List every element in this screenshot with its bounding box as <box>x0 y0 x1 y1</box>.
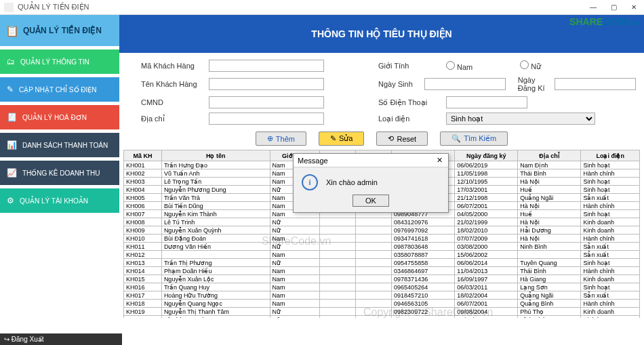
ngaydk-input[interactable] <box>555 78 636 90</box>
gear-icon: ⚙ <box>7 196 14 205</box>
nav-label: QUẢN LÝ TÀI KHOẢN <box>20 197 88 205</box>
loaidien-select[interactable]: Sinh hoạt <box>446 113 595 125</box>
nav-revenue-stats[interactable]: 📈THỐNG KÊ DOANH THU <box>0 161 119 185</box>
brand-icon: 📋 <box>5 24 19 37</box>
dialog-close-button[interactable]: ✕ <box>430 156 448 165</box>
chart-icon: 📊 <box>7 140 17 150</box>
table-row[interactable]: KH010Bùi Đặng ĐoánNam093474161807/07/200… <box>124 235 640 243</box>
label-cmnd: CMND <box>141 98 209 106</box>
nav-update-index[interactable]: ✎CẬP NHẬT CHỈ SỐ ĐIỆN <box>0 77 119 102</box>
radio-label: Nam <box>457 63 472 71</box>
nav-label: THỐNG KÊ DOANH THU <box>22 169 100 177</box>
radio-label: Nữ <box>531 62 541 70</box>
nav-label: QUẢN LÝ HOÁ ĐƠN <box>22 114 87 121</box>
table-row[interactable]: KH016Trần Quang HuyNam096540526406/03/20… <box>124 283 640 291</box>
action-buttons: ⊕Thêm ✎Sửa ⟲Reset 🔍Tìm Kiếm <box>119 129 644 150</box>
gender-nam-radio[interactable] <box>446 61 455 70</box>
column-header[interactable]: Địa chỉ <box>518 150 581 161</box>
ma-kh-input[interactable] <box>209 60 324 72</box>
refresh-icon: ⟲ <box>388 134 394 143</box>
page-title: THÔNG TIN HỘ TIÊU THỤ ĐIỆN <box>119 15 644 53</box>
window-title: QUẢN LÝ TIỀN ĐIỆN <box>18 3 89 12</box>
plus-icon: ⊕ <box>267 134 273 143</box>
nav-label: CẬP NHẬT CHỈ SỐ ĐIỆN <box>19 86 97 94</box>
column-header[interactable]: Mã KH <box>124 150 162 161</box>
ten-kh-input[interactable] <box>209 78 324 90</box>
timkiem-button[interactable]: 🔍Tìm Kiếm <box>440 131 508 146</box>
cmnd-input[interactable] <box>209 96 324 108</box>
table-row[interactable]: KH008Lê Tú TrinhNữ084312097621/02/1999Hà… <box>124 218 640 226</box>
label-loaidien: Loại điện <box>378 115 446 123</box>
sidebar: 📋 QUẢN LÝ TIỀN ĐIỆN 🗂QUẢN LÝ THÔNG TIN ✎… <box>0 15 119 333</box>
window-minimize-button[interactable]: — <box>583 0 603 15</box>
gender-nu-radio[interactable] <box>520 60 529 69</box>
dialog-ok-button[interactable]: OK <box>353 195 389 207</box>
nav-invoice[interactable]: 🧾QUẢN LÝ HOÁ ĐƠN <box>0 105 119 129</box>
column-header[interactable]: Họ tên <box>161 150 270 161</box>
message-dialog: Message ✕ i Xin chào admin OK <box>293 153 449 213</box>
table-row[interactable]: KH015Nguyễn Xuân LộcNam097837143616/09/1… <box>124 275 640 283</box>
dialog-title: Message <box>298 157 328 165</box>
window-titlebar: QUẢN LÝ TIỀN ĐIỆN — ▢ ✕ <box>0 0 644 15</box>
column-header[interactable]: Ngày đăng ký <box>455 150 518 161</box>
app-icon <box>4 3 14 12</box>
table-row[interactable]: KH019Nguyễn Thị Thanh TâmNữ098230972209/… <box>124 308 640 316</box>
person-search-icon: 🔍 <box>451 134 461 143</box>
dialog-text: Xin chào admin <box>326 178 378 186</box>
nav-payment-list[interactable]: 📊DANH SÁCH THANH TOÁN <box>0 133 119 157</box>
diachi-input[interactable] <box>209 113 324 125</box>
info-icon: i <box>302 174 318 190</box>
window-maximize-button[interactable]: ▢ <box>603 0 624 15</box>
sdt-input[interactable] <box>446 96 527 108</box>
them-button[interactable]: ⊕Thêm <box>256 131 306 146</box>
table-row[interactable]: KH011Dương Văn HiếnNữ098780364803/08/200… <box>124 243 640 251</box>
ngaysinh-input[interactable] <box>424 78 506 90</box>
brand-label: QUẢN LÝ TIỀN ĐIỆN <box>23 26 102 35</box>
sua-button[interactable]: ✎Sửa <box>319 131 364 146</box>
nav-info[interactable]: 🗂QUẢN LÝ THÔNG TIN <box>0 49 119 74</box>
edit-icon: ✎ <box>7 85 14 94</box>
label-gioitinh: Giới Tính <box>378 62 446 70</box>
label-diachi: Địa chỉ <box>141 115 209 123</box>
table-row[interactable]: KH018Nguyễn Quang NgọcNam094656310506/07… <box>124 300 640 308</box>
label-ten-kh: Tên Khách Hàng <box>141 80 209 88</box>
window-close-button[interactable]: ✕ <box>624 0 644 15</box>
label-ngaysinh: Ngày Sinh <box>378 80 424 88</box>
nav-label: QUẢN LÝ THÔNG TIN <box>20 58 89 66</box>
table-row[interactable]: KH009Nguyễn Xuân QuỳnhNữ097699709218/02/… <box>124 226 640 235</box>
table-row[interactable]: KH012Nam035807888715/06/2002Sản xuất <box>124 251 640 259</box>
sharecode-logo: SHARECODE.vn <box>569 16 640 27</box>
folder-icon: 🗂 <box>7 57 15 66</box>
table-row[interactable]: KH013Trần Thị PhươngNữ095475585806/06/20… <box>124 259 640 267</box>
column-header[interactable]: Loại điện <box>581 150 640 161</box>
table-row[interactable]: KH020Lã Thị Lan AnhNữ084358614621/07/199… <box>124 316 640 319</box>
label-ma-kh: Mã Khách Hàng <box>141 62 209 70</box>
label-sdt: Số Điện Thoại <box>378 98 446 107</box>
logout-icon: ↪ <box>4 336 9 343</box>
brand: 📋 QUẢN LÝ TIỀN ĐIỆN <box>0 15 119 46</box>
table-row[interactable]: KH014Phạm Doãn HiếuNam034686469711/04/20… <box>124 267 640 275</box>
label-ngaydk: Ngày Đăng Kí <box>518 76 555 92</box>
pencil-icon: ✎ <box>330 134 336 143</box>
invoice-icon: 🧾 <box>7 113 17 122</box>
nav-account[interactable]: ⚙QUẢN LÝ TÀI KHOẢN <box>0 188 119 213</box>
table-row[interactable]: KH017Hoàng Hữu TrườngNam091845721018/02/… <box>124 291 640 300</box>
logout-button[interactable]: ↪ Đăng Xuất <box>0 333 122 345</box>
reset-button[interactable]: ⟲Reset <box>376 131 428 146</box>
line-chart-icon: 📈 <box>7 168 17 178</box>
nav-label: DANH SÁCH THANH TOÁN <box>22 142 108 149</box>
form: Mã Khách Hàng Giới Tính Nam Nữ Tên Khách… <box>119 53 644 129</box>
